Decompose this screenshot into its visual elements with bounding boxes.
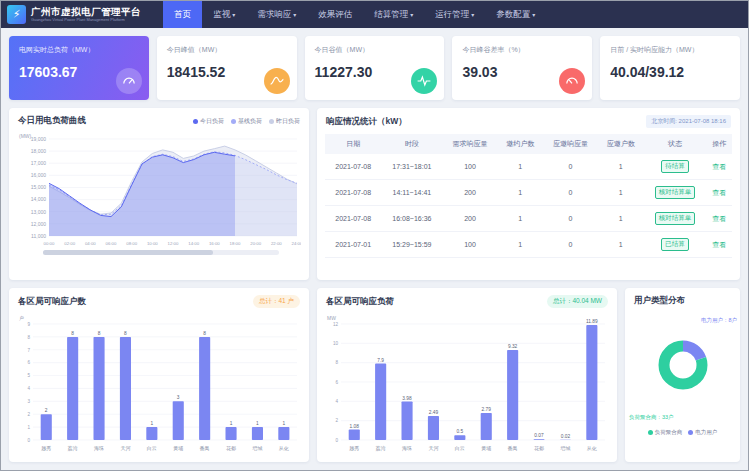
bar[interactable] — [226, 427, 237, 440]
bar[interactable] — [481, 413, 492, 440]
kpi-response-capability: 日前 / 实时响应能力（MW） 40.04/39.12 — [600, 36, 740, 100]
svg-text:海珠: 海珠 — [94, 445, 104, 452]
bar[interactable] — [41, 414, 52, 440]
kpi-label: 今日峰谷差率（%） — [462, 45, 582, 55]
nav-item-operation[interactable]: 运行管理▾ — [424, 1, 485, 28]
chevron-down-icon: ▾ — [293, 11, 296, 18]
chevron-down-icon: ▾ — [532, 11, 535, 18]
district-load-panel: 各区局可响应负荷 总计：40.04 MW MW0246810121.08越秀7.… — [317, 288, 617, 462]
top-navbar: ⚡ 广州市虚拟电厂管理平台 Guangzhou Virtual Power Pl… — [1, 1, 748, 28]
svg-text:06:00: 06:00 — [106, 241, 117, 246]
bar[interactable] — [278, 427, 289, 440]
svg-text:13,000: 13,000 — [31, 209, 47, 215]
svg-text:9: 9 — [27, 322, 30, 327]
bar[interactable] — [375, 364, 386, 440]
legend-item[interactable]: 基线负荷 — [231, 117, 262, 126]
meter-icon — [559, 68, 585, 94]
svg-text:越秀: 越秀 — [41, 445, 51, 452]
svg-text:越秀: 越秀 — [349, 445, 359, 452]
bar[interactable] — [586, 325, 597, 440]
svg-text:00:00: 00:00 — [44, 241, 55, 246]
response-table: 日期 时段 需求响应量 邀约户数 应邀响应量 应邀户数 状态 操作 2021-0… — [325, 134, 732, 258]
svg-text:1: 1 — [27, 425, 30, 430]
svg-text:18:00: 18:00 — [230, 241, 241, 246]
bar[interactable] — [199, 337, 210, 440]
legend-item[interactable]: 负荷聚合商 — [648, 429, 683, 436]
svg-text:1: 1 — [230, 421, 233, 426]
app-logo: ⚡ — [7, 5, 26, 24]
bar[interactable] — [252, 427, 263, 440]
svg-text:2.79: 2.79 — [482, 407, 492, 412]
svg-text:番禺: 番禺 — [508, 445, 518, 451]
svg-text:(MW): (MW) — [19, 133, 32, 139]
district-households-panel: 各区局可响应户数 总计：41 户 户01234567892越秀8荔湾8海珠8天河… — [9, 288, 309, 462]
legend-dot — [269, 119, 274, 124]
svg-text:18,000: 18,000 — [31, 148, 47, 154]
legend-dot — [648, 430, 653, 435]
legend-item[interactable]: 昨日负荷 — [269, 117, 300, 126]
svg-text:15,000: 15,000 — [31, 184, 47, 190]
svg-text:14:00: 14:00 — [188, 241, 199, 246]
svg-text:1: 1 — [282, 421, 285, 426]
bar[interactable] — [349, 430, 360, 440]
nav-item-monitoring[interactable]: 监视▾ — [202, 1, 246, 28]
bar[interactable] — [120, 337, 131, 440]
kpi-today-valley: 今日谷值（MW） 11227.30 — [305, 36, 445, 100]
bar[interactable] — [173, 401, 184, 440]
svg-text:MW: MW — [327, 315, 336, 321]
svg-text:8: 8 — [27, 335, 30, 340]
bar[interactable] — [67, 337, 78, 440]
logo-bolt-icon: ⚡ — [13, 8, 21, 21]
panel-title: 今日用电负荷曲线 — [18, 115, 86, 127]
district-households-chart[interactable]: 户01234567892越秀8荔湾8海珠8天河1白云3黄埔8番禺1花都1增城1从… — [17, 312, 301, 452]
svg-text:黄埔: 黄埔 — [481, 445, 491, 451]
svg-text:19,000: 19,000 — [31, 136, 47, 142]
legend-item[interactable]: 今日负荷 — [193, 117, 224, 126]
svg-text:04:00: 04:00 — [85, 241, 96, 246]
total-badge: 总计：41 户 — [253, 295, 300, 308]
bar[interactable] — [454, 435, 465, 440]
status-badge: 已结算 — [661, 238, 689, 251]
zoom-slider-handle[interactable] — [43, 250, 213, 255]
panel-title: 各区局可响应负荷 — [326, 296, 394, 308]
view-link[interactable]: 查看 — [712, 189, 726, 196]
table-row: 2021-07-0817:31~18:01100101待结算查看 — [325, 154, 732, 180]
district-load-chart[interactable]: MW0246810121.08越秀7.9荔湾3.98海珠2.49天河0.5白云2… — [325, 312, 609, 452]
gauge-icon — [116, 68, 142, 94]
nav-item-settlement[interactable]: 结算管理▾ — [363, 1, 424, 28]
svg-text:从化: 从化 — [279, 445, 289, 452]
nav-item-effect-evaluation[interactable]: 效果评估 — [307, 1, 363, 28]
load-curve-chart[interactable]: (MW)11,00012,00013,00014,00015,00016,000… — [17, 131, 301, 247]
user-type-donut-chart[interactable]: 电力用户：8户 负荷聚合商：33户 — [625, 311, 740, 423]
svg-text:0.07: 0.07 — [534, 433, 544, 438]
svg-text:从化: 从化 — [587, 445, 597, 452]
status-badge: 待结算 — [661, 160, 689, 173]
chevron-down-icon: ▾ — [410, 11, 413, 18]
svg-text:8: 8 — [124, 331, 127, 336]
bar[interactable] — [534, 439, 545, 440]
svg-text:6: 6 — [335, 380, 338, 385]
bar[interactable] — [94, 337, 105, 440]
response-stats-panel: 响应情况统计（kW） 北京时间: 2021-07-08 18:16 日期 时段 … — [317, 108, 740, 280]
bar[interactable] — [402, 402, 413, 441]
svg-text:番禺: 番禺 — [200, 445, 210, 451]
svg-text:24:00: 24:00 — [292, 241, 301, 246]
svg-text:16:00: 16:00 — [209, 241, 220, 246]
view-link[interactable]: 查看 — [712, 163, 726, 170]
legend-item[interactable]: 电力用户 — [688, 429, 717, 436]
view-link[interactable]: 查看 — [712, 215, 726, 222]
bar[interactable] — [428, 416, 439, 440]
bar[interactable] — [146, 427, 157, 440]
svg-text:花都: 花都 — [534, 445, 544, 452]
svg-text:白云: 白云 — [455, 445, 465, 452]
svg-text:户: 户 — [19, 315, 24, 321]
panel-title: 用户类型分布 — [634, 295, 685, 307]
nav-item-parameters[interactable]: 参数配置▾ — [485, 1, 546, 28]
nav-item-demand-response[interactable]: 需求响应▾ — [246, 1, 307, 28]
chart-zoom-slider[interactable] — [43, 250, 279, 255]
pulse-icon — [411, 68, 437, 94]
bar[interactable] — [507, 350, 518, 440]
nav-item-home[interactable]: 首页 — [163, 1, 202, 28]
svg-text:7.9: 7.9 — [377, 358, 384, 363]
view-link[interactable]: 查看 — [712, 241, 726, 248]
